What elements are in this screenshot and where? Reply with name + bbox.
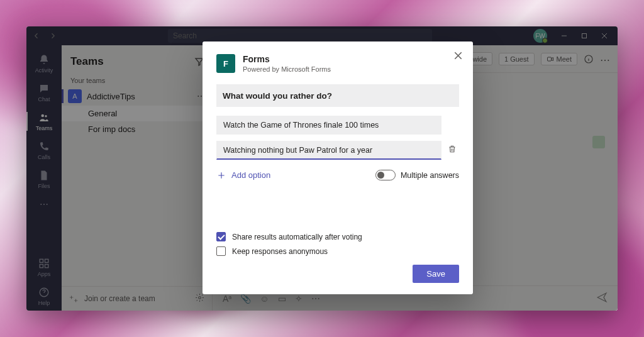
save-button[interactable]: Save	[413, 265, 459, 283]
multiple-answers-label: Multiple answers	[401, 171, 459, 180]
poll-option-1[interactable]	[216, 116, 441, 135]
modal-subtitle: Powered by Microsoft Forms	[243, 65, 331, 73]
multiple-answers-toggle[interactable]	[375, 170, 396, 180]
plus-icon	[216, 170, 226, 180]
modal-title: Forms	[243, 54, 331, 64]
poll-question-input[interactable]	[216, 84, 459, 107]
anonymous-checkbox[interactable]	[216, 246, 226, 256]
delete-option-icon[interactable]	[448, 145, 459, 156]
share-results-label: Share results automatically after voting	[232, 233, 362, 241]
forms-logo-icon: F	[216, 54, 235, 73]
poll-option-2[interactable]	[216, 141, 441, 160]
add-option-label: Add option	[231, 170, 270, 180]
teams-window: FW Activity Chat Teams Calls Files ⋯	[26, 26, 618, 311]
forms-modal: F Forms Powered by Microsoft Forms Add o…	[203, 41, 473, 294]
anonymous-label: Keep responses anonymous	[232, 247, 328, 256]
close-icon[interactable]	[450, 48, 465, 63]
add-option-button[interactable]: Add option	[216, 170, 270, 180]
share-results-checkbox[interactable]	[216, 232, 226, 241]
